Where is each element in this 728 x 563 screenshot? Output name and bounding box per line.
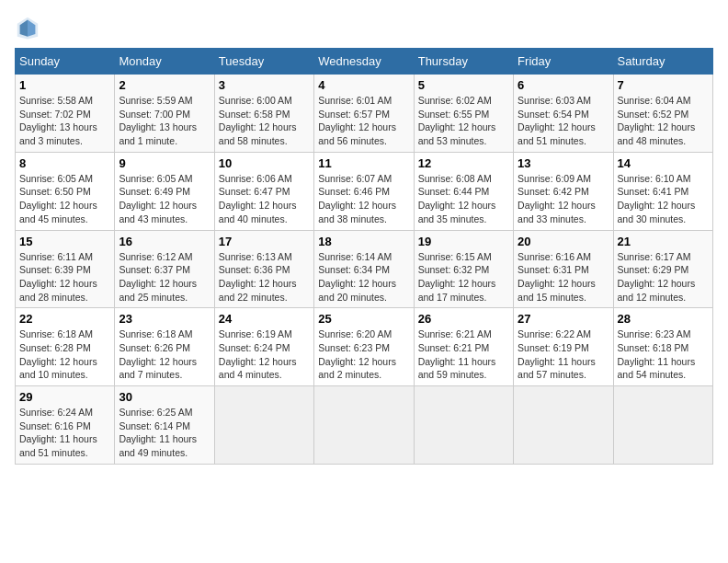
day-number: 25 [318, 312, 409, 326]
calendar-week-row: 22Sunrise: 6:18 AMSunset: 6:28 PMDayligh… [16, 308, 713, 386]
logo-icon [15, 15, 40, 40]
calendar-cell [214, 386, 313, 465]
day-number: 6 [518, 78, 609, 92]
day-number: 9 [119, 156, 210, 170]
calendar-cell: 24Sunrise: 6:19 AMSunset: 6:24 PMDayligh… [214, 308, 313, 386]
cell-info: Sunrise: 6:16 AMSunset: 6:31 PMDaylight:… [518, 250, 609, 304]
calendar-cell: 10Sunrise: 6:06 AMSunset: 6:47 PMDayligh… [214, 152, 313, 230]
calendar-cell: 16Sunrise: 6:12 AMSunset: 6:37 PMDayligh… [115, 230, 214, 308]
calendar-cell: 7Sunrise: 6:04 AMSunset: 6:52 PMDaylight… [613, 75, 712, 153]
cell-info: Sunrise: 6:18 AMSunset: 6:28 PMDaylight:… [19, 327, 110, 382]
day-number: 5 [418, 78, 509, 92]
calendar-cell: 22Sunrise: 6:18 AMSunset: 6:28 PMDayligh… [16, 308, 115, 386]
cell-info: Sunrise: 6:17 AMSunset: 6:29 PMDaylight:… [618, 250, 709, 304]
logo [15, 15, 44, 40]
day-number: 21 [618, 235, 709, 248]
day-number: 4 [318, 78, 409, 92]
calendar-body: 1Sunrise: 5:58 AMSunset: 7:02 PMDaylight… [16, 75, 713, 465]
calendar-cell: 1Sunrise: 5:58 AMSunset: 7:02 PMDaylight… [16, 75, 115, 153]
day-number: 15 [19, 235, 110, 248]
day-number: 29 [19, 390, 110, 404]
day-number: 11 [318, 156, 409, 170]
calendar-week-row: 29Sunrise: 6:24 AMSunset: 6:16 PMDayligh… [16, 386, 713, 465]
day-number: 30 [119, 390, 210, 404]
page-header [15, 15, 713, 40]
calendar-week-row: 1Sunrise: 5:58 AMSunset: 7:02 PMDaylight… [16, 75, 713, 153]
calendar-cell: 29Sunrise: 6:24 AMSunset: 6:16 PMDayligh… [16, 386, 115, 465]
day-number: 7 [618, 78, 709, 92]
calendar-cell: 25Sunrise: 6:20 AMSunset: 6:23 PMDayligh… [314, 308, 414, 386]
cell-info: Sunrise: 6:03 AMSunset: 6:54 PMDaylight:… [518, 94, 609, 148]
day-number: 22 [19, 312, 110, 326]
day-number: 13 [518, 156, 609, 170]
calendar-cell [414, 386, 513, 465]
day-number: 16 [119, 235, 210, 248]
calendar-week-row: 8Sunrise: 6:05 AMSunset: 6:50 PMDaylight… [16, 152, 713, 230]
weekday-header: Friday [514, 49, 613, 75]
day-number: 17 [219, 235, 310, 248]
weekday-header: Tuesday [214, 49, 313, 75]
cell-info: Sunrise: 6:01 AMSunset: 6:57 PMDaylight:… [318, 94, 409, 148]
cell-info: Sunrise: 6:15 AMSunset: 6:32 PMDaylight:… [418, 250, 509, 304]
calendar-cell: 30Sunrise: 6:25 AMSunset: 6:14 PMDayligh… [115, 386, 214, 465]
calendar-table: SundayMondayTuesdayWednesdayThursdayFrid… [15, 48, 713, 465]
cell-info: Sunrise: 6:24 AMSunset: 6:16 PMDaylight:… [19, 406, 110, 460]
calendar-cell: 11Sunrise: 6:07 AMSunset: 6:46 PMDayligh… [314, 152, 414, 230]
calendar-week-row: 15Sunrise: 6:11 AMSunset: 6:39 PMDayligh… [16, 230, 713, 308]
day-number: 19 [418, 235, 509, 248]
day-number: 1 [19, 78, 110, 92]
day-number: 24 [219, 312, 310, 326]
cell-info: Sunrise: 6:06 AMSunset: 6:47 PMDaylight:… [219, 172, 310, 226]
cell-info: Sunrise: 6:14 AMSunset: 6:34 PMDaylight:… [318, 250, 409, 304]
calendar-cell: 23Sunrise: 6:18 AMSunset: 6:26 PMDayligh… [115, 308, 214, 386]
cell-info: Sunrise: 6:07 AMSunset: 6:46 PMDaylight:… [318, 172, 409, 226]
cell-info: Sunrise: 6:02 AMSunset: 6:55 PMDaylight:… [418, 94, 509, 148]
calendar-cell: 15Sunrise: 6:11 AMSunset: 6:39 PMDayligh… [16, 230, 115, 308]
calendar-cell: 20Sunrise: 6:16 AMSunset: 6:31 PMDayligh… [514, 230, 613, 308]
cell-info: Sunrise: 6:18 AMSunset: 6:26 PMDaylight:… [119, 327, 210, 382]
cell-info: Sunrise: 6:08 AMSunset: 6:44 PMDaylight:… [418, 172, 509, 226]
calendar-cell: 18Sunrise: 6:14 AMSunset: 6:34 PMDayligh… [314, 230, 414, 308]
day-number: 12 [418, 156, 509, 170]
day-number: 27 [518, 312, 609, 326]
cell-info: Sunrise: 6:13 AMSunset: 6:36 PMDaylight:… [219, 250, 310, 304]
cell-info: Sunrise: 6:25 AMSunset: 6:14 PMDaylight:… [119, 406, 210, 460]
cell-info: Sunrise: 6:04 AMSunset: 6:52 PMDaylight:… [618, 94, 709, 148]
cell-info: Sunrise: 6:19 AMSunset: 6:24 PMDaylight:… [219, 327, 310, 382]
calendar-cell: 21Sunrise: 6:17 AMSunset: 6:29 PMDayligh… [613, 230, 712, 308]
day-number: 26 [418, 312, 509, 326]
calendar-cell: 13Sunrise: 6:09 AMSunset: 6:42 PMDayligh… [514, 152, 613, 230]
calendar-cell: 28Sunrise: 6:23 AMSunset: 6:18 PMDayligh… [613, 308, 712, 386]
day-number: 20 [518, 235, 609, 248]
cell-info: Sunrise: 6:09 AMSunset: 6:42 PMDaylight:… [518, 172, 609, 226]
day-number: 8 [19, 156, 110, 170]
calendar-cell [314, 386, 414, 465]
cell-info: Sunrise: 6:23 AMSunset: 6:18 PMDaylight:… [618, 327, 709, 382]
calendar-cell: 3Sunrise: 6:00 AMSunset: 6:58 PMDaylight… [214, 75, 313, 153]
calendar-cell [514, 386, 613, 465]
calendar-cell: 26Sunrise: 6:21 AMSunset: 6:21 PMDayligh… [414, 308, 513, 386]
calendar-cell: 14Sunrise: 6:10 AMSunset: 6:41 PMDayligh… [613, 152, 712, 230]
cell-info: Sunrise: 6:00 AMSunset: 6:58 PMDaylight:… [219, 94, 310, 148]
weekday-header: Sunday [16, 49, 115, 75]
calendar-cell: 27Sunrise: 6:22 AMSunset: 6:19 PMDayligh… [514, 308, 613, 386]
weekday-header: Saturday [613, 49, 712, 75]
calendar-cell: 4Sunrise: 6:01 AMSunset: 6:57 PMDaylight… [314, 75, 414, 153]
weekday-header: Thursday [414, 49, 513, 75]
day-number: 14 [618, 156, 709, 170]
day-number: 18 [318, 235, 409, 248]
calendar-cell: 5Sunrise: 6:02 AMSunset: 6:55 PMDaylight… [414, 75, 513, 153]
weekday-header: Wednesday [314, 49, 414, 75]
cell-info: Sunrise: 6:05 AMSunset: 6:50 PMDaylight:… [19, 172, 110, 226]
cell-info: Sunrise: 6:22 AMSunset: 6:19 PMDaylight:… [518, 327, 609, 382]
calendar-cell [613, 386, 712, 465]
weekday-header: Monday [115, 49, 214, 75]
cell-info: Sunrise: 6:20 AMSunset: 6:23 PMDaylight:… [318, 327, 409, 382]
calendar-header-row: SundayMondayTuesdayWednesdayThursdayFrid… [16, 49, 713, 75]
calendar-cell: 17Sunrise: 6:13 AMSunset: 6:36 PMDayligh… [214, 230, 313, 308]
cell-info: Sunrise: 6:10 AMSunset: 6:41 PMDaylight:… [618, 172, 709, 226]
cell-info: Sunrise: 6:11 AMSunset: 6:39 PMDaylight:… [19, 250, 110, 304]
day-number: 23 [119, 312, 210, 326]
calendar-cell: 8Sunrise: 6:05 AMSunset: 6:50 PMDaylight… [16, 152, 115, 230]
day-number: 10 [219, 156, 310, 170]
